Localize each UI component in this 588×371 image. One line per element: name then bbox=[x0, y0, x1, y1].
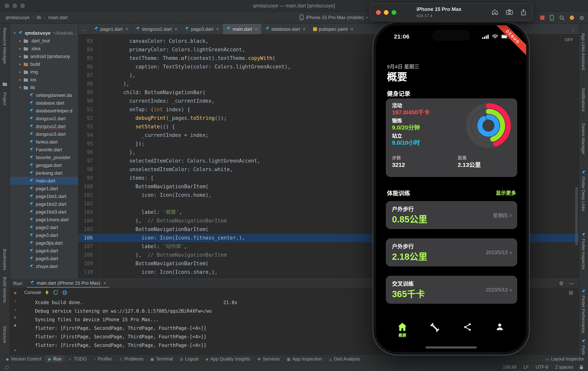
project-folder-icon[interactable] bbox=[2, 82, 7, 87]
tool-window-button-problems[interactable]: ⚠Problems bbox=[116, 355, 147, 363]
tree-item-idea[interactable]: ▸.idea bbox=[10, 45, 78, 53]
line-number[interactable]: 87 bbox=[79, 71, 100, 80]
tree-item-dart-tool[interactable]: ▸.dart_tool bbox=[10, 37, 78, 45]
tool-window-button-resource-manager[interactable]: Resource Manager bbox=[2, 28, 7, 64]
line-number[interactable]: 109 bbox=[79, 259, 100, 268]
home-indicator[interactable] bbox=[425, 347, 477, 349]
status-widget-2-spaces[interactable]: 2 spaces bbox=[555, 365, 573, 370]
run-config-tab[interactable]: main.dart (iPhone 15 Pro Max) × bbox=[27, 279, 109, 288]
code-text[interactable]: BottomNavigationBarItem( bbox=[100, 182, 209, 191]
code-text[interactable]: canvasColor: Colors.black, bbox=[100, 37, 209, 45]
editor-tab-page1-dart[interactable]: page1.dart× bbox=[91, 24, 132, 34]
close-tab-icon[interactable]: × bbox=[350, 26, 353, 32]
close-button[interactable] bbox=[376, 10, 381, 15]
tree-item-dongzuo2-dart[interactable]: dongzuo2.dart bbox=[10, 123, 78, 130]
tool-window-button-device-manager[interactable]: Device Manager bbox=[581, 123, 586, 154]
collapse-arrow-icon[interactable]: ▾ bbox=[12, 31, 17, 35]
close-tab-icon[interactable]: × bbox=[303, 26, 306, 32]
tree-item-databasehelper-d[interactable]: databaseHelper.d bbox=[10, 107, 78, 115]
code-text[interactable]: icon: Icon(Icons.fitness_center,), bbox=[100, 234, 245, 242]
line-number[interactable]: 92 bbox=[79, 114, 100, 123]
stop-icon[interactable]: ■ bbox=[14, 290, 16, 295]
editor-tab-main-dart[interactable]: main.dart× bbox=[223, 24, 262, 34]
workout-card[interactable]: 户外步行2.18公里2023/5/13› bbox=[386, 238, 517, 266]
fitness-record-card[interactable]: 活动197.0/450千卡锻炼9.0/20分钟站立9.0/10小时 步数3212… bbox=[386, 98, 517, 177]
tree-item-jiankang-dart[interactable]: jiankang.dart bbox=[10, 169, 78, 177]
devtools-globe-icon[interactable] bbox=[62, 290, 67, 295]
tool-window-button-layout-inspector[interactable]: ▭Layout Inspector bbox=[542, 355, 586, 363]
tree-item-favorite-provider[interactable]: favorite_provider bbox=[10, 154, 78, 161]
code-text[interactable]: setState(() { bbox=[100, 123, 175, 131]
line-number[interactable]: 99 bbox=[79, 174, 100, 182]
line-number[interactable]: 108 bbox=[79, 251, 100, 259]
tree-item-page1-dart[interactable]: page1.dart bbox=[10, 185, 78, 192]
line-number[interactable]: 86 bbox=[79, 63, 100, 71]
code-text[interactable]: unselectedItemColor: Colors.white, bbox=[100, 165, 233, 174]
code-text[interactable]: onTap: (int index) { bbox=[100, 105, 190, 114]
line-number[interactable]: 105 bbox=[79, 225, 100, 234]
code-text[interactable]: ), // BottomNavigationBarItem bbox=[100, 217, 227, 225]
line-number[interactable]: 88 bbox=[79, 80, 100, 88]
tree-item-android-qmdazuoy[interactable]: ▸android [qmdazuoy bbox=[10, 53, 78, 60]
tree-item-build[interactable]: ▸build bbox=[10, 60, 78, 68]
tool-window-button-todo[interactable]: ✓TODO bbox=[65, 355, 90, 363]
tool-window-button-flutter-deep-links[interactable]: Flutter Deep Links bbox=[581, 171, 586, 211]
settings-gear-icon[interactable]: ⚙ bbox=[579, 15, 584, 21]
tree-item-ios[interactable]: ▸ios bbox=[10, 76, 78, 84]
line-number[interactable]: 97 bbox=[79, 157, 100, 165]
tool-window-button-app-inspection[interactable]: ▦App Inspection bbox=[283, 355, 326, 363]
terminal-corner-icon[interactable]: ▢ bbox=[5, 365, 9, 370]
expand-arrow-icon[interactable]: ▸ bbox=[18, 39, 22, 43]
line-number[interactable]: 94 bbox=[79, 131, 100, 140]
code-text[interactable]: debugPrint(_pages.toString()); bbox=[100, 114, 227, 123]
line-number[interactable]: 104 bbox=[79, 217, 100, 225]
workout-card[interactable]: 交叉训练365千卡2023/5/13› bbox=[386, 276, 517, 304]
tree-item-page3jia-dart[interactable]: page3jia.dart bbox=[10, 239, 78, 247]
settings-gear-icon[interactable]: ⚙ bbox=[559, 280, 564, 286]
tree-item-celiangdanwei-da[interactable]: celiangdanwei.da bbox=[10, 91, 78, 99]
tree-item-genggai-dart[interactable]: genggai.dart bbox=[10, 161, 78, 169]
code-text[interactable]: items: [ bbox=[100, 174, 154, 182]
tree-item-page1more-dart[interactable]: page1more.dart bbox=[10, 216, 78, 224]
nav-item-profile[interactable] bbox=[488, 322, 512, 332]
code-text[interactable]: icon: Icon(Icons.home), bbox=[100, 191, 211, 200]
tree-item-dongzuo1-dart[interactable]: dongzuo1.dart bbox=[10, 115, 78, 123]
code-text[interactable]: caption: TextStyle(color: Colors.lightGr… bbox=[100, 63, 291, 71]
close-tab-icon[interactable]: × bbox=[174, 26, 177, 32]
expand-arrow-icon[interactable]: ▸ bbox=[18, 78, 22, 82]
line-number[interactable]: 110 bbox=[79, 268, 100, 276]
editor-tab-pubspec-yaml[interactable]: pubspec.yaml× bbox=[310, 24, 357, 34]
line-number[interactable]: 89 bbox=[79, 88, 100, 97]
line-number[interactable]: 101 bbox=[79, 191, 100, 200]
console-layout-icon[interactable]: ▤ bbox=[569, 290, 573, 295]
line-number[interactable]: 95 bbox=[79, 140, 100, 148]
tree-item-lib[interactable]: ▾lib bbox=[10, 84, 78, 91]
expand-arrow-icon[interactable]: ▸ bbox=[18, 62, 22, 66]
tree-item-page1list3-dart[interactable]: page1list3.dart bbox=[10, 208, 78, 216]
editor-tab-dongzuo1-dart[interactable]: dongzuo1.dart× bbox=[132, 24, 181, 34]
tree-item-main-dart[interactable]: main.dart bbox=[10, 177, 78, 185]
code-text[interactable] bbox=[100, 200, 105, 208]
code-text[interactable]: label: '概要', bbox=[100, 208, 182, 217]
code-text[interactable]: }); bbox=[100, 140, 145, 148]
close-button[interactable] bbox=[5, 3, 9, 8]
tool-window-button-logcat[interactable]: ≣Logcat bbox=[176, 355, 202, 363]
code-text[interactable]: ), bbox=[100, 80, 129, 88]
line-number[interactable]: 85 bbox=[79, 54, 100, 63]
line-number[interactable]: 90 bbox=[79, 97, 100, 105]
tree-item-fankui-dart[interactable]: fankui.dart bbox=[10, 138, 78, 146]
breadcrumb-item-qmdazuoye[interactable]: qmdazuoye bbox=[5, 15, 30, 20]
soft-wrap-icon[interactable]: ≡ bbox=[14, 315, 17, 320]
tree-item-dongzuo3-dart[interactable]: dongzuo3.dart bbox=[10, 130, 78, 138]
screenshot-camera-icon[interactable] bbox=[506, 9, 513, 15]
tool-window-button-build-variants[interactable]: Build Variants bbox=[2, 277, 7, 303]
tool-window-button-services[interactable]: ❖Services bbox=[254, 355, 283, 363]
code-text[interactable]: ), // BottomNavigationBarItem bbox=[100, 251, 227, 259]
tool-window-button-flutter-inspector[interactable]: Flutter Inspector bbox=[581, 233, 586, 270]
editor-tab-database-dart[interactable]: database.dart× bbox=[262, 24, 310, 34]
minimize-button[interactable] bbox=[384, 10, 388, 15]
scroll-to-end-icon[interactable]: ▼ bbox=[13, 323, 17, 328]
scroll-down-icon[interactable]: ↓ bbox=[14, 307, 16, 311]
tree-item-page5-dart[interactable]: page5.dart bbox=[10, 255, 78, 263]
line-number[interactable]: 91 bbox=[79, 105, 100, 114]
